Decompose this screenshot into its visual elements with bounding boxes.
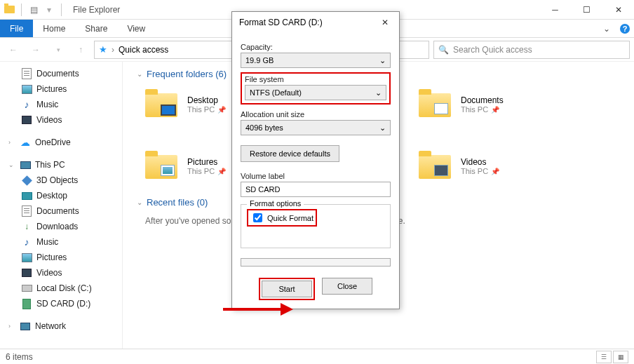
highlight-quick-format: Quick Format bbox=[247, 209, 317, 227]
chevron-right-icon: › bbox=[112, 45, 114, 55]
close-button[interactable]: ✕ bbox=[602, 0, 634, 20]
filesystem-select[interactable]: NTFS (Default)⌄ bbox=[245, 85, 386, 100]
nav-documents[interactable]: Documents bbox=[0, 66, 122, 81]
folder-documents[interactable]: DocumentsThis PC📌 bbox=[419, 88, 538, 121]
nav-music-pc[interactable]: Music bbox=[0, 234, 122, 250]
format-progress bbox=[241, 258, 391, 267]
svg-text:?: ? bbox=[623, 25, 628, 33]
chevron-down-icon: ⌄ bbox=[379, 56, 386, 65]
help-button[interactable]: ? bbox=[616, 20, 634, 37]
dialog-close-button[interactable]: ✕ bbox=[378, 18, 392, 27]
address-location: Quick access bbox=[119, 45, 168, 55]
volume-label-label: Volume label bbox=[241, 172, 391, 180]
nav-music[interactable]: Music bbox=[0, 97, 122, 112]
nav-3d-objects[interactable]: 3D Objects bbox=[0, 173, 122, 188]
pin-icon: 📌 bbox=[491, 106, 499, 114]
chevron-down-icon: ⌄ bbox=[375, 88, 382, 97]
search-icon: 🔍 bbox=[438, 45, 449, 55]
view-large-icons-button[interactable]: ▦ bbox=[613, 351, 628, 363]
status-item-count: 6 items bbox=[6, 352, 33, 362]
up-button[interactable]: ↑ bbox=[72, 41, 90, 59]
download-icon bbox=[21, 221, 32, 232]
back-button[interactable]: ← bbox=[4, 41, 22, 59]
nav-desktop[interactable]: Desktop bbox=[0, 188, 122, 203]
ribbon-tab-view[interactable]: View bbox=[117, 20, 155, 37]
nav-videos[interactable]: Videos bbox=[0, 112, 122, 128]
qat-properties-icon[interactable]: ▤ bbox=[27, 4, 40, 16]
navigation-pane: Documents Pictures Music Videos ›OneDriv… bbox=[0, 62, 123, 349]
view-details-button[interactable]: ☰ bbox=[596, 351, 612, 363]
capacity-label: Capacity: bbox=[241, 43, 391, 51]
format-dialog: Format SD CARD (D:) ✕ Capacity: 19.9 GB⌄… bbox=[231, 11, 400, 309]
recent-locations-button[interactable]: ▾ bbox=[49, 41, 67, 59]
allocation-label: Allocation unit size bbox=[241, 110, 391, 119]
quick-format-checkbox[interactable] bbox=[253, 213, 262, 222]
nav-network[interactable]: ›Network bbox=[0, 318, 122, 334]
quick-access-icon bbox=[99, 44, 107, 55]
quick-format-label: Quick Format bbox=[267, 214, 313, 222]
filesystem-label: File system bbox=[245, 75, 386, 83]
capacity-select[interactable]: 19.9 GB⌄ bbox=[241, 53, 391, 68]
qat-newfolder-icon[interactable]: ▾ bbox=[43, 4, 55, 16]
nav-this-pc[interactable]: ⌄This PC bbox=[0, 157, 122, 173]
chevron-down-icon: ⌄ bbox=[379, 123, 386, 133]
minimize-button[interactable]: ─ bbox=[539, 0, 571, 20]
nav-sd-card[interactable]: SD CARD (D:) bbox=[0, 296, 122, 311]
music-icon bbox=[21, 99, 32, 110]
pin-icon: 📌 bbox=[491, 168, 499, 175]
restore-defaults-button[interactable]: Restore device defaults bbox=[241, 145, 339, 162]
nav-pictures-pc[interactable]: Pictures bbox=[0, 250, 122, 265]
close-dialog-button[interactable]: Close bbox=[322, 278, 372, 295]
ribbon-tab-home[interactable]: Home bbox=[33, 20, 75, 37]
ribbon-tab-file[interactable]: File bbox=[0, 20, 33, 37]
maximize-button[interactable]: ☐ bbox=[571, 0, 602, 20]
search-placeholder: Search Quick access bbox=[453, 45, 532, 55]
search-box[interactable]: 🔍 Search Quick access bbox=[433, 41, 630, 59]
ribbon-tab-share[interactable]: Share bbox=[75, 20, 117, 37]
nav-downloads[interactable]: Downloads bbox=[0, 219, 122, 234]
folder-videos[interactable]: VideosThis PC📌 bbox=[419, 149, 538, 183]
format-options-legend: Format options bbox=[247, 199, 304, 208]
dialog-title: Format SD CARD (D:) bbox=[239, 18, 323, 27]
nav-local-disk[interactable]: Local Disk (C:) bbox=[0, 281, 122, 296]
music-icon bbox=[21, 236, 32, 248]
window-title: File Explorer bbox=[73, 5, 120, 15]
pin-icon: 📌 bbox=[217, 106, 226, 114]
highlight-start: Start bbox=[259, 278, 315, 300]
pin-icon: 📌 bbox=[217, 168, 226, 175]
dialog-titlebar: Format SD CARD (D:) ✕ bbox=[232, 12, 399, 33]
forward-button[interactable]: → bbox=[27, 41, 45, 59]
app-icon bbox=[3, 4, 15, 16]
ribbon-expand-button[interactable]: ⌄ bbox=[598, 20, 616, 37]
format-options-fieldset: Format options Quick Format bbox=[241, 204, 391, 248]
allocation-select[interactable]: 4096 bytes⌄ bbox=[241, 120, 391, 135]
highlight-filesystem: File system NTFS (Default)⌄ bbox=[241, 72, 391, 105]
volume-label-input[interactable] bbox=[241, 182, 391, 197]
nav-onedrive[interactable]: ›OneDrive bbox=[0, 135, 122, 150]
nav-videos-pc[interactable]: Videos bbox=[0, 265, 122, 281]
status-bar: 6 items ☰ ▦ bbox=[0, 349, 634, 364]
cloud-icon bbox=[20, 137, 31, 148]
nav-documents-pc[interactable]: Documents bbox=[0, 203, 122, 219]
start-button[interactable]: Start bbox=[262, 281, 312, 297]
nav-pictures[interactable]: Pictures bbox=[0, 81, 122, 97]
